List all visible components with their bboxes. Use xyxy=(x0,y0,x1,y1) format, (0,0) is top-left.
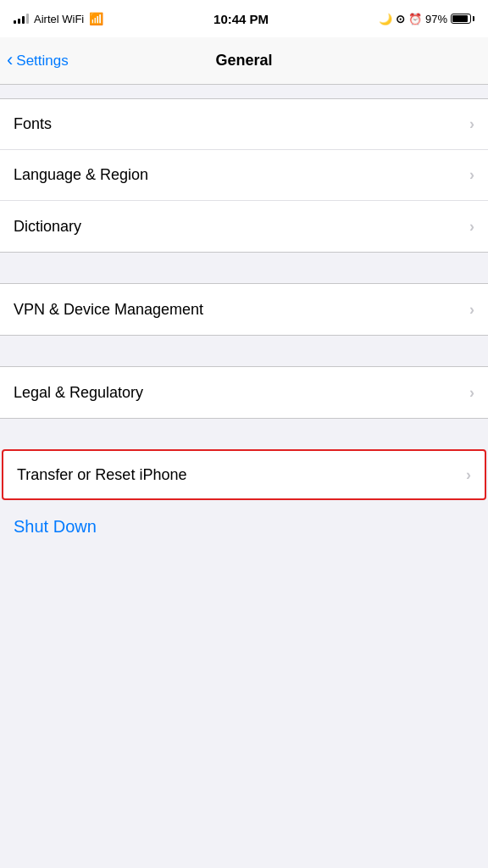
status-left: Airtel WiFi 📶 xyxy=(14,12,103,25)
battery-indicator xyxy=(451,14,474,24)
page-title: General xyxy=(215,52,272,70)
back-button[interactable]: ‹ Settings xyxy=(7,52,69,70)
settings-group-4: Transfer or Reset iPhone › xyxy=(0,449,488,500)
fonts-label: Fonts xyxy=(14,115,52,133)
settings-list-1: Fonts › Language & Region › Dictionary › xyxy=(0,98,488,253)
settings-list-3: Legal & Regulatory › xyxy=(0,366,488,419)
divider-2 xyxy=(0,336,488,366)
back-label: Settings xyxy=(16,53,68,70)
settings-group-3: Legal & Regulatory › xyxy=(0,366,488,419)
carrier-label: Airtel WiFi xyxy=(34,13,84,25)
shutdown-section: Shut Down xyxy=(0,500,488,554)
vpn-label: VPN & Device Management xyxy=(14,301,203,319)
divider-1 xyxy=(0,253,488,283)
transfer-chevron-icon: › xyxy=(466,466,471,484)
settings-item-transfer[interactable]: Transfer or Reset iPhone › xyxy=(2,449,486,500)
settings-group-2: VPN & Device Management › xyxy=(0,283,488,336)
back-chevron-icon: ‹ xyxy=(7,51,13,70)
settings-list-4: Transfer or Reset iPhone › xyxy=(0,449,488,500)
transfer-label: Transfer or Reset iPhone xyxy=(17,466,186,484)
language-label: Language & Region xyxy=(14,166,148,184)
settings-list-2: VPN & Device Management › xyxy=(0,283,488,336)
battery-percent: 97% xyxy=(425,13,447,25)
settings-item-language[interactable]: Language & Region › xyxy=(0,150,488,201)
divider-3 xyxy=(0,419,488,449)
legal-label: Legal & Regulatory xyxy=(14,384,143,402)
language-chevron-icon: › xyxy=(469,166,474,184)
fonts-chevron-icon: › xyxy=(469,115,474,133)
status-time: 10:44 PM xyxy=(214,12,269,26)
vpn-chevron-icon: › xyxy=(469,301,474,319)
clock-icon: ⊙ xyxy=(396,13,405,25)
alarm-icon: ⏰ xyxy=(408,13,422,25)
dictionary-chevron-icon: › xyxy=(469,218,474,236)
settings-item-legal[interactable]: Legal & Regulatory › xyxy=(0,367,488,418)
legal-chevron-icon: › xyxy=(469,384,474,402)
settings-item-fonts[interactable]: Fonts › xyxy=(0,99,488,150)
signal-bars xyxy=(14,14,29,24)
status-bar: Airtel WiFi 📶 10:44 PM 🌙 ⊙ ⏰ 97% xyxy=(0,0,488,37)
wifi-icon: 📶 xyxy=(89,12,103,25)
settings-item-dictionary[interactable]: Dictionary › xyxy=(0,201,488,252)
status-right: 🌙 ⊙ ⏰ 97% xyxy=(379,13,474,25)
settings-group-1: Fonts › Language & Region › Dictionary › xyxy=(0,85,488,253)
shutdown-button[interactable]: Shut Down xyxy=(14,517,97,537)
moon-icon: 🌙 xyxy=(379,13,392,25)
dictionary-label: Dictionary xyxy=(14,218,81,236)
nav-bar: ‹ Settings General xyxy=(0,37,488,85)
settings-item-vpn[interactable]: VPN & Device Management › xyxy=(0,284,488,335)
